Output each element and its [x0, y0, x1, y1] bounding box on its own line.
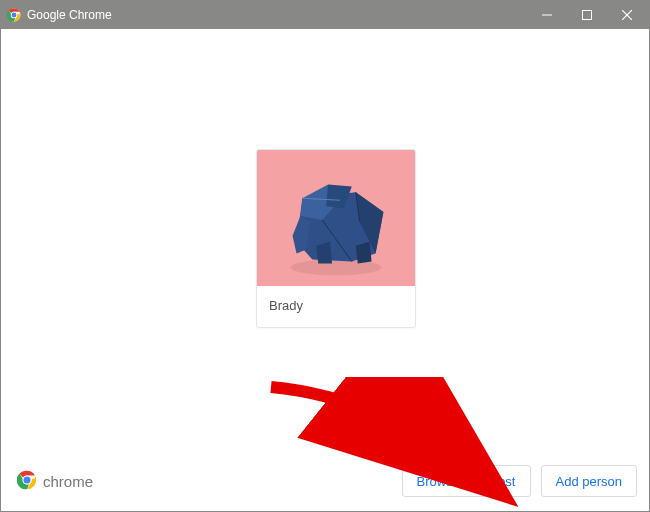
svg-point-20	[24, 476, 31, 483]
window-titlebar: Google Chrome	[1, 1, 649, 29]
add-person-label: Add person	[556, 474, 623, 489]
profile-name-label: Brady	[257, 286, 415, 327]
maximize-button[interactable]	[567, 1, 607, 29]
close-button[interactable]	[607, 1, 647, 29]
origami-elephant-icon	[257, 150, 415, 286]
window-title: Google Chrome	[27, 8, 112, 22]
browse-as-guest-label: Browse as Guest	[417, 474, 516, 489]
chrome-logo-icon	[17, 470, 37, 493]
brand: chrome	[17, 470, 93, 493]
profile-card[interactable]: Brady	[256, 149, 416, 328]
svg-point-2	[12, 13, 17, 18]
brand-label: chrome	[43, 473, 93, 490]
chrome-icon	[7, 8, 21, 22]
svg-rect-4	[583, 11, 592, 20]
profile-picker: Brady chrome Browse as Guest Add person	[1, 29, 649, 511]
footer: chrome Browse as Guest Add person	[1, 459, 649, 511]
profile-avatar	[257, 150, 415, 286]
add-person-button[interactable]: Add person	[541, 465, 638, 497]
minimize-button[interactable]	[527, 1, 567, 29]
browse-as-guest-button[interactable]: Browse as Guest	[402, 465, 531, 497]
